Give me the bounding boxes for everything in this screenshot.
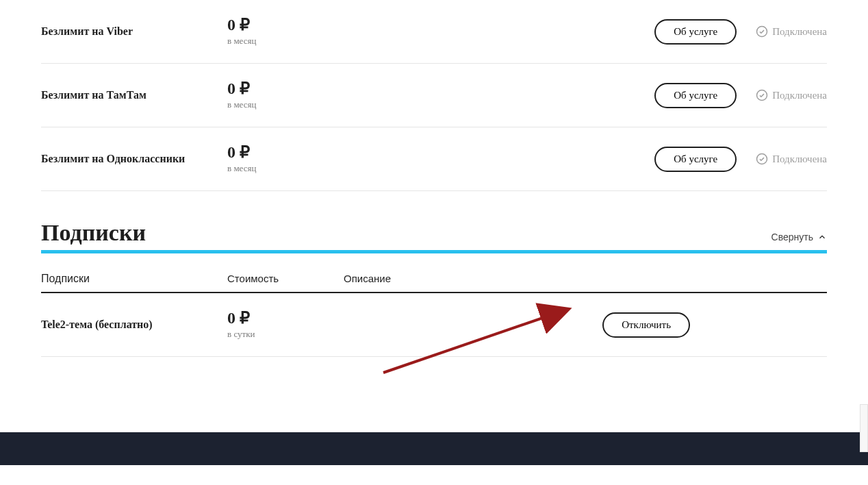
subscription-price: 0 ₽ (227, 310, 344, 326)
subscriptions-header: Подписки Свернуть (41, 220, 827, 246)
status-badge: Подключена (756, 89, 827, 101)
col-header-cost: Стоимость (227, 273, 344, 285)
scrollbar-stub (860, 404, 868, 452)
col-header-desc: Описание (344, 273, 827, 285)
about-service-button[interactable]: Об услуге (654, 19, 737, 45)
check-circle-icon (756, 25, 768, 38)
svg-point-2 (757, 154, 767, 164)
about-service-button[interactable]: Об услуге (654, 147, 737, 172)
service-row: Безлимит на Одноклассники 0 ₽ в месяц Об… (41, 127, 827, 191)
status-text: Подключена (772, 90, 827, 101)
svg-line-3 (383, 310, 567, 373)
check-circle-icon (756, 153, 768, 165)
service-price: 0 ₽ (227, 16, 344, 33)
collapse-label: Свернуть (771, 232, 813, 242)
status-text: Подключена (772, 26, 827, 38)
chevron-up-icon (817, 232, 827, 242)
service-row: Безлимит на Viber 0 ₽ в месяц Об услуге … (41, 0, 827, 64)
service-name: Безлимит на Одноклассники (41, 153, 227, 165)
service-period: в месяц (227, 163, 344, 174)
disable-button[interactable]: Отключить (602, 312, 690, 338)
section-underline (41, 250, 827, 253)
service-price: 0 ₽ (227, 80, 344, 97)
about-service-button[interactable]: Об услуге (654, 83, 737, 108)
collapse-toggle[interactable]: Свернуть (771, 232, 827, 242)
status-badge: Подключена (756, 153, 827, 165)
check-circle-icon (756, 89, 768, 101)
service-name: Безлимит на Viber (41, 25, 227, 38)
subscription-name: Tele2-тема (бесплатно) (41, 319, 227, 331)
service-period: в месяц (227, 36, 344, 47)
col-header-name: Подписки (41, 273, 227, 285)
status-badge: Подключена (756, 25, 827, 38)
subscriptions-table-head: Подписки Стоимость Описание (41, 266, 827, 293)
section-title: Подписки (41, 220, 146, 246)
svg-point-0 (757, 27, 767, 37)
service-period: в месяц (227, 99, 344, 110)
service-name: Безлимит на ТамТам (41, 89, 227, 101)
svg-point-1 (757, 90, 767, 101)
subscription-period: в сутки (227, 329, 344, 340)
service-row: Безлимит на ТамТам 0 ₽ в месяц Об услуге… (41, 64, 827, 127)
annotation-arrow-icon (370, 297, 602, 380)
status-text: Подключена (772, 153, 827, 165)
service-price: 0 ₽ (227, 144, 344, 160)
subscription-row: Tele2-тема (бесплатно) 0 ₽ в сутки Отклю… (41, 293, 827, 357)
page-footer (0, 432, 868, 465)
